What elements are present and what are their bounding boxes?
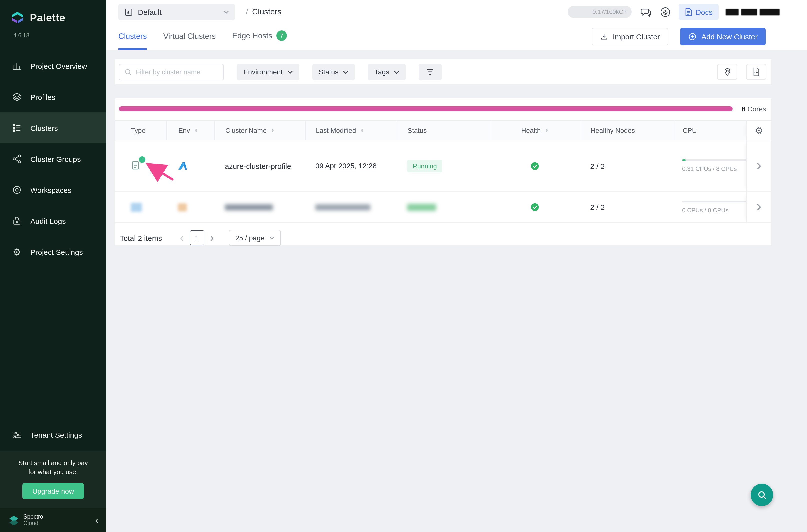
upgrade-now-button[interactable]: Upgrade now [22, 483, 84, 499]
type-cell-redacted [115, 203, 166, 212]
table-row[interactable]: ↑ azure-cluster-profile 09 Apr 2025, 12:… [115, 140, 771, 192]
chevron-down-icon [287, 70, 293, 74]
sidebar-item-profiles[interactable]: Profiles [0, 81, 107, 112]
type-cell: ↑ [115, 160, 166, 172]
column-header-type[interactable]: Type [115, 121, 166, 140]
tab-clusters[interactable]: Clusters [118, 32, 147, 50]
brand-line1: Spectro [23, 514, 43, 520]
pagination-page-1[interactable]: 1 [190, 230, 204, 245]
cores-value: 8 [742, 105, 746, 113]
chat-icon[interactable] [641, 7, 651, 17]
gear-icon: ⚙ [12, 247, 22, 256]
status-cell: Running [397, 159, 490, 172]
table-settings-gear-icon[interactable]: ⚙ [754, 126, 763, 135]
health-cell [490, 203, 580, 211]
column-header-health[interactable]: Health ▲▼ [490, 121, 580, 140]
collapse-sidebar-icon[interactable]: ‹ [95, 515, 98, 525]
usage-credit-pill: 0.17/100kCh [568, 6, 632, 18]
column-header-env[interactable]: Env ▲▼ [166, 121, 214, 140]
sort-icon[interactable]: ▲▼ [545, 128, 549, 132]
sidebar-item-project-settings[interactable]: ⚙ Project Settings [0, 236, 107, 267]
sidebar-item-workspaces[interactable]: Workspaces [0, 174, 107, 205]
sort-icon[interactable]: ▲▼ [360, 128, 364, 132]
svg-text:CSV: CSV [754, 72, 759, 74]
tags-filter-label: Tags [375, 68, 389, 76]
chevron-down-icon [394, 70, 399, 74]
sort-icon[interactable]: ▲▼ [195, 128, 198, 132]
cluster-name-cell-redacted [214, 204, 305, 210]
status-filter-dropdown[interactable]: Status [312, 64, 355, 80]
docs-button[interactable]: Docs [679, 4, 718, 20]
header-row: Default / Clusters 0.17/100kCh @ [107, 0, 807, 24]
environment-filter-dropdown[interactable]: Environment [237, 64, 299, 80]
brand-line2: Cloud [23, 520, 43, 527]
cpu-usage-bar [682, 201, 747, 202]
sidebar-nav: Project Overview Profiles Clusters [0, 51, 107, 267]
column-header-cluster-name[interactable]: Cluster Name ▲▼ [214, 121, 305, 140]
chevron-down-icon [223, 10, 229, 14]
pagination-prev-icon[interactable]: ‹ [174, 232, 190, 243]
pagination-total: Total 2 items [120, 233, 162, 242]
cluster-name-cell[interactable]: azure-cluster-profile [214, 162, 305, 170]
column-header-status[interactable]: Status [397, 121, 490, 140]
tags-filter-dropdown[interactable]: Tags [368, 64, 406, 80]
add-new-cluster-button[interactable]: Add New Cluster [680, 28, 766, 45]
tabs-row: Clusters Virtual Clusters Edge Hosts 7 I… [107, 24, 807, 50]
status-cell-redacted [397, 204, 490, 211]
sidebar-item-label: Profiles [31, 93, 55, 101]
environment-filter-label: Environment [243, 68, 283, 76]
chevron-down-icon [269, 236, 275, 239]
map-view-button[interactable] [717, 64, 737, 80]
tab-label: Edge Hosts [232, 31, 272, 40]
sidebar-item-clusters[interactable]: Clusters [0, 112, 107, 144]
sidebar-item-audit-logs[interactable]: Audit Logs [0, 205, 107, 236]
document-icon [684, 8, 692, 16]
last-modified-cell-redacted [305, 204, 397, 210]
table-row[interactable]: 2 / 2 0 CPUs / 0 CPUs [115, 192, 771, 223]
pagination-next-icon[interactable]: › [204, 232, 220, 243]
upgrade-promo: Start small and only pay for what you us… [0, 450, 107, 508]
column-header-cpu[interactable]: CPU [675, 121, 746, 140]
project-selector-value: Default [138, 8, 218, 16]
import-cluster-button[interactable]: Import Cluster [592, 28, 668, 45]
project-chart-icon [125, 8, 133, 16]
sidebar-item-project-overview[interactable]: Project Overview [0, 51, 107, 81]
sidebar-item-label: Workspaces [31, 186, 72, 194]
filter-icon [426, 69, 434, 75]
page-size-select[interactable]: 25 / page [229, 230, 281, 246]
sort-icon[interactable]: ▲▼ [271, 128, 274, 132]
column-label: Env [179, 127, 190, 134]
column-label: Cluster Name [225, 127, 267, 134]
column-header-last-modified[interactable]: Last Modified ▲▼ [305, 121, 397, 140]
status-filter-label: Status [319, 68, 338, 76]
column-header-healthy-nodes[interactable]: Healthy Nodes [580, 121, 675, 140]
cpu-cell: 0 CPUs / 0 CPUs [675, 201, 746, 213]
floating-search-button[interactable] [751, 483, 773, 506]
tab-edge-hosts[interactable]: Edge Hosts 7 [232, 31, 286, 50]
project-selector[interactable]: Default [118, 4, 235, 20]
search-icon [757, 490, 767, 500]
brand-logo: Palette [0, 0, 107, 26]
import-cluster-label: Import Cluster [613, 33, 660, 41]
breadcrumb-separator: / [246, 7, 248, 17]
row-chevron-right-icon[interactable] [756, 162, 761, 170]
tab-virtual-clusters[interactable]: Virtual Clusters [163, 32, 216, 50]
sidebar-item-label: Project Settings [31, 248, 83, 256]
target-icon [12, 185, 22, 195]
sidebar-item-label: Clusters [31, 124, 58, 132]
network-icon [12, 154, 22, 164]
status-badge: Running [407, 159, 443, 172]
sidebar-item-tenant-settings[interactable]: Tenant Settings [0, 419, 107, 450]
search-input[interactable] [136, 68, 218, 76]
toolbar-right-tools: CSV [717, 64, 766, 80]
more-filters-button[interactable] [419, 64, 442, 80]
export-csv-button[interactable]: CSV [746, 64, 766, 80]
edge-hosts-count-badge: 7 [276, 31, 287, 41]
row-chevron-right-icon[interactable] [756, 203, 761, 211]
breadcrumb-current: Clusters [252, 7, 281, 17]
list-icon [12, 123, 22, 133]
help-icon[interactable]: @ [660, 7, 671, 17]
sidebar-item-cluster-groups[interactable]: Cluster Groups [0, 144, 107, 174]
table-settings-column: ⚙ [746, 121, 771, 140]
healthy-nodes-cell: 2 / 2 [580, 162, 675, 170]
